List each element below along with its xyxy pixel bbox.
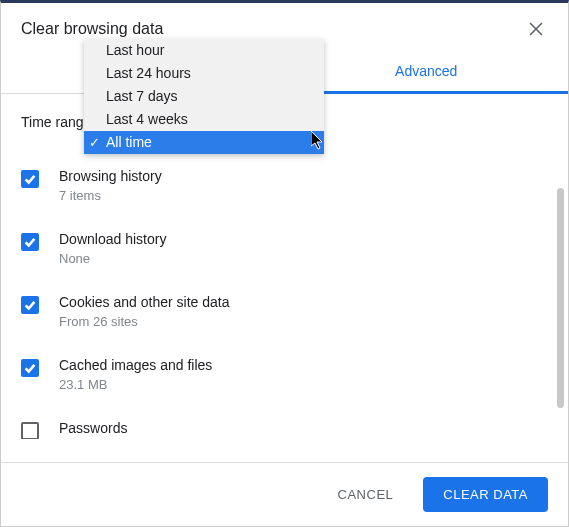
item-sub: From 26 sites xyxy=(59,314,229,329)
checkbox-download-history[interactable] xyxy=(21,233,39,251)
clear-browsing-data-dialog: Clear browsing data Basic Advanced Time … xyxy=(0,0,569,527)
cancel-button[interactable]: CANCEL xyxy=(324,477,408,512)
checkbox-cached[interactable] xyxy=(21,359,39,377)
clear-data-button[interactable]: CLEAR DATA xyxy=(423,477,548,512)
dialog-title: Clear browsing data xyxy=(21,20,163,38)
item-title: Passwords xyxy=(59,420,146,436)
checkmark-icon: ✓ xyxy=(89,133,100,152)
close-button[interactable] xyxy=(524,17,548,41)
item-text: Passwords 110 passwords xyxy=(59,420,146,439)
close-icon xyxy=(529,22,543,36)
dropdown-option[interactable]: Last hour xyxy=(84,39,324,62)
item-text: Cookies and other site data From 26 site… xyxy=(59,294,229,329)
checkmark-icon xyxy=(23,172,37,186)
dropdown-option[interactable]: Last 7 days xyxy=(84,85,324,108)
item-sub: 23.1 MB xyxy=(59,377,212,392)
item-text: Cached images and files 23.1 MB xyxy=(59,357,212,392)
item-sub: None xyxy=(59,251,166,266)
dropdown-option-label: All time xyxy=(106,134,152,150)
item-title: Cached images and files xyxy=(59,357,212,373)
item-text: Download history None xyxy=(59,231,166,266)
dropdown-option[interactable]: Last 24 hours xyxy=(84,62,324,85)
checkmark-icon xyxy=(23,361,37,375)
checkbox-passwords[interactable] xyxy=(21,422,39,439)
item-text: Browsing history 7 items xyxy=(59,168,162,203)
time-range-label: Time range xyxy=(21,114,91,130)
item-passwords: Passwords 110 passwords xyxy=(21,410,542,439)
item-download-history: Download history None xyxy=(21,221,542,284)
item-title: Cookies and other site data xyxy=(59,294,229,310)
scrollbar[interactable] xyxy=(557,188,564,408)
checkmark-icon xyxy=(23,235,37,249)
checkmark-icon xyxy=(23,298,37,312)
item-sub: 7 items xyxy=(59,188,162,203)
dropdown-option-selected[interactable]: ✓ All time xyxy=(84,131,324,154)
dialog-footer: CANCEL CLEAR DATA xyxy=(1,462,568,526)
items-list: Browsing history 7 items Download histor… xyxy=(21,158,542,439)
dropdown-option[interactable]: Last 4 weeks xyxy=(84,108,324,131)
time-range-dropdown[interactable]: Last hour Last 24 hours Last 7 days Last… xyxy=(84,39,324,154)
tab-advanced[interactable]: Advanced xyxy=(285,49,569,93)
item-title: Download history xyxy=(59,231,166,247)
checkbox-browsing-history[interactable] xyxy=(21,170,39,188)
item-browsing-history: Browsing history 7 items xyxy=(21,158,542,221)
checkbox-cookies[interactable] xyxy=(21,296,39,314)
item-title: Browsing history xyxy=(59,168,162,184)
item-cached: Cached images and files 23.1 MB xyxy=(21,347,542,410)
item-cookies: Cookies and other site data From 26 site… xyxy=(21,284,542,347)
